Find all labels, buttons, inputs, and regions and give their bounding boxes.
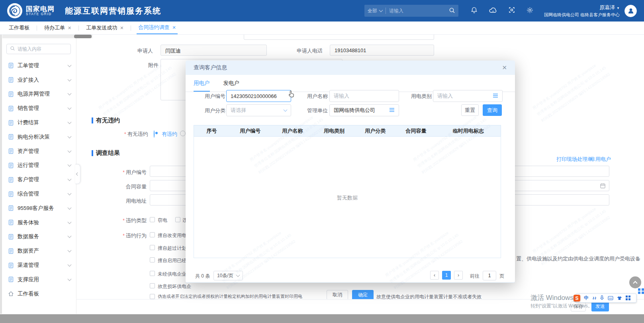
sidebar-item-label: 客户管理 — [18, 176, 39, 183]
fullscreen-scan-icon[interactable] — [508, 6, 515, 15]
next-page-button[interactable]: › — [454, 271, 463, 280]
goto-page-input[interactable]: 1 — [483, 271, 496, 280]
modal-org-input[interactable]: 国网临猗供电公司 — [329, 104, 399, 116]
applicant-phone-label: 申请人电话 — [297, 47, 323, 55]
bell-icon[interactable] — [470, 6, 478, 16]
checkbox-icon[interactable] — [150, 257, 155, 262]
search-icon[interactable] — [449, 7, 455, 15]
sidebar-item-service-experience[interactable]: 服务体验 — [0, 215, 76, 230]
col-header[interactable]: 临时用电标志 — [436, 127, 501, 135]
cancel-button[interactable]: 取消 — [327, 290, 348, 300]
col-header[interactable]: 序号 — [194, 127, 229, 135]
gear-icon[interactable] — [526, 6, 534, 16]
tab-power-consumer[interactable]: 用电户 — [194, 80, 210, 92]
sidebar-item-work-order-mgmt[interactable]: 工单管理 — [0, 59, 76, 73]
radio-selected-icon[interactable] — [154, 130, 155, 138]
modal-power-type-input[interactable]: 请输入 — [433, 90, 503, 102]
col-header[interactable]: 合同容量 — [396, 127, 436, 135]
cloud-sync-icon[interactable] — [489, 6, 497, 16]
non-power-user-link[interactable]: 非用电户 — [590, 156, 611, 163]
sogou-logo-icon[interactable]: S — [574, 295, 580, 301]
sidebar-item-sales-mgmt[interactable]: 销售管理 — [0, 101, 76, 115]
modal-user-class-select[interactable]: 请选择 — [226, 104, 291, 116]
page-size-select[interactable]: 10条/页 — [213, 271, 243, 280]
search-input[interactable]: 请输入 — [389, 8, 403, 14]
sidebar-item-data-service[interactable]: 数据服务 — [0, 230, 76, 244]
goto-label: 前往 — [470, 273, 480, 280]
reset-button[interactable]: 重置 — [461, 104, 479, 116]
close-icon[interactable]: ✕ — [172, 25, 176, 30]
microphone-icon[interactable] — [600, 295, 604, 302]
tab-todo-orders[interactable]: 待办工单 ✕ — [43, 22, 73, 34]
blue-grid-icon[interactable] — [638, 288, 644, 296]
sidebar-item-customer-mgmt[interactable]: 客户管理 — [0, 172, 76, 187]
close-icon[interactable]: ✕ — [68, 25, 71, 31]
sidebar-item-grid-connection[interactable]: 电源并网管理 — [0, 87, 76, 102]
skin-shirt-icon[interactable] — [617, 295, 622, 302]
back-to-top-button[interactable] — [629, 276, 641, 288]
radio-unselected-icon[interactable] — [180, 131, 186, 136]
sidebar-item-asset-mgmt[interactable]: 资产管理 — [0, 144, 76, 159]
behavior-option-full[interactable]: 伪造或者开启法定的或者授权的计量检定机构加封的用电计量装置封印用电 — [158, 294, 302, 300]
behavior-option[interactable]: 故意损坏供电企 — [158, 283, 191, 290]
modal-user-name-input[interactable]: 请输入 — [329, 90, 399, 102]
col-header[interactable]: 用户编号 — [229, 127, 271, 135]
checkbox-icon[interactable] — [150, 271, 155, 276]
checkbox-icon[interactable] — [150, 217, 155, 222]
tab-order-sent[interactable]: 工单发送成功 ✕ — [84, 22, 125, 34]
prev-page-button[interactable]: ‹ — [430, 271, 439, 280]
sidebar-item-dashboard[interactable]: 工作看板 — [0, 287, 76, 301]
avatar[interactable] — [624, 5, 637, 17]
empty-data-text: 暂无数据 — [194, 194, 501, 202]
print-site-order-link[interactable]: 打印现场处理单 — [556, 156, 593, 163]
checkbox-icon[interactable] — [150, 294, 155, 299]
send-button[interactable]: 发送 — [591, 301, 609, 311]
sidebar-item-purchase-analysis[interactable]: 购电分析决策 — [0, 130, 76, 144]
sidebar-search-input[interactable]: 请输入内容 — [6, 44, 71, 54]
sidebar-item-label: 渠道管理 — [18, 262, 39, 269]
user-name[interactable]: 原嘉泽 — [599, 4, 615, 10]
modal-user-no-input[interactable]: 1423050210000066 — [226, 90, 291, 102]
sidebar-item-label: 工作看板 — [18, 290, 39, 298]
violation-option-yes[interactable]: 有违约 — [162, 131, 177, 138]
sidebar-item-billing[interactable]: 计费结算 — [0, 115, 76, 130]
ime-chinese-mode-icon[interactable]: 中 — [584, 295, 589, 301]
toolbox-grid-icon[interactable] — [626, 295, 630, 302]
sidebar-item-95598-service[interactable]: 95598客户服务 — [0, 201, 76, 215]
sidebar-item-operation-mgmt[interactable]: 运行管理 — [0, 159, 76, 173]
calendar-icon[interactable] — [600, 183, 606, 190]
confirm-button[interactable]: 确定 — [352, 290, 374, 300]
sidebar-item-data-asset[interactable]: 数据资产 — [0, 244, 76, 258]
checkbox-icon[interactable] — [150, 245, 155, 250]
user-block[interactable]: 原嘉泽 ▼ 国网临猗供电公司 临猗县客户服务中心 — [544, 4, 620, 18]
sidebar-item-channel-mgmt[interactable]: 渠道管理 — [0, 258, 76, 272]
checkbox-icon[interactable] — [150, 232, 155, 237]
horizontal-scrollbar-thumb[interactable] — [74, 35, 92, 38]
applicant-phone-field[interactable]: 19103488101 — [330, 45, 434, 56]
tab-contract-violation-survey[interactable]: 合同违约调查 ✕ — [137, 22, 177, 34]
query-button[interactable]: 查询 — [483, 104, 502, 116]
checkbox-icon[interactable] — [175, 217, 180, 222]
sidebar-item-general-mgmt[interactable]: 综合管理 — [0, 187, 76, 201]
search-scope-select[interactable]: 全部 — [368, 8, 377, 14]
ime-punctuation-icon[interactable] — [592, 295, 596, 302]
vtype-option-theft[interactable]: 窃电 — [158, 217, 167, 224]
col-header[interactable]: 用电类别 — [314, 127, 354, 135]
close-icon[interactable]: ✕ — [502, 64, 507, 71]
left-edge-strip — [0, 35, 2, 314]
tab-divider — [37, 25, 37, 31]
tab-work-dashboard[interactable]: 工作看板 — [7, 22, 31, 34]
checkbox-icon[interactable] — [150, 283, 155, 288]
keyboard-icon[interactable] — [608, 295, 613, 302]
sidebar-item-expansion-access[interactable]: 业扩接入 — [0, 73, 76, 87]
sidebar-collapse-handle[interactable] — [75, 164, 80, 184]
col-header[interactable]: 用户分类 — [354, 127, 396, 135]
col-header[interactable]: 用户名称 — [271, 127, 314, 135]
page-1-button[interactable]: 1 — [442, 271, 451, 280]
close-icon[interactable]: ✕ — [120, 25, 123, 31]
global-search-bar[interactable]: 全部 请输入 — [364, 5, 458, 17]
list-select-icon[interactable] — [493, 93, 498, 99]
sidebar-item-support-apps[interactable]: 支撑应用 — [0, 272, 76, 287]
list-select-icon[interactable] — [389, 108, 395, 114]
applicant-field[interactable]: 闫匡迪 — [161, 45, 267, 56]
